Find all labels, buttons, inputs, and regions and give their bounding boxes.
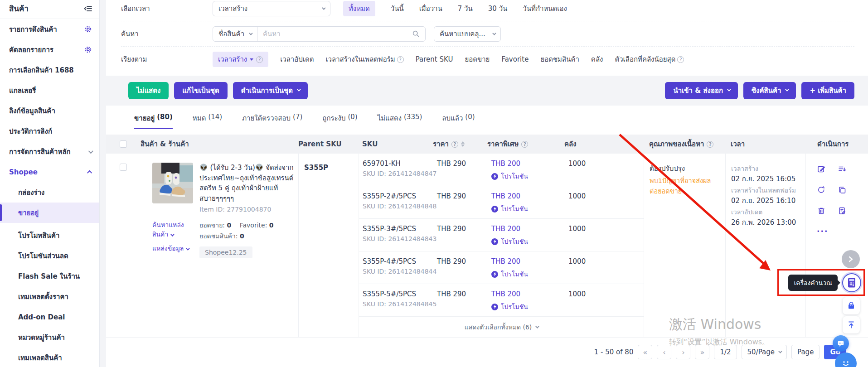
edit-icon[interactable] [817,164,838,174]
tab-under-review[interactable]: ภายใต้ตรวจสอบ(7) [242,113,302,129]
purchase-cart-button[interactable] [843,297,860,314]
variant-special-price[interactable]: THB 200 [491,225,568,233]
sidebar-item-promote-product[interactable]: โปรโมทสินค้า [0,225,99,246]
product-image[interactable] [152,163,193,203]
help-icon[interactable] [397,56,404,63]
promotion-badge[interactable]: โปรโมชัน [491,302,568,312]
tab-banned[interactable]: ถูกระงับ(0) [322,113,357,129]
time-type-select[interactable]: เวลาสร้าง [213,1,330,16]
sync-icon[interactable] [817,185,838,194]
sort-arrows-icon[interactable] [461,141,465,147]
delete-icon[interactable] [817,206,838,215]
tab-sold-out[interactable]: หมด(14) [193,113,222,129]
list-download-icon[interactable] [838,164,858,174]
help-icon[interactable] [256,56,263,63]
help-icon[interactable] [521,141,528,148]
sort-option-create-time-active[interactable]: เวลาสร้าง [213,52,268,67]
sidebar-item-draft-box[interactable]: กล่องร่าง [0,182,99,203]
sort-option-platform-create-time[interactable]: เวลาสร้างในเพลตฟอร์ม [325,54,403,65]
time-option-30days[interactable]: 30 วัน [488,3,508,14]
sidebar-item-shop-category[interactable]: หมวดหมู่ร้านค้า [0,327,99,348]
sidebar-item-link-history[interactable]: ประวัติการลิงก์ [0,121,99,141]
collapse-sidebar-icon[interactable] [84,5,92,12]
time-option-all[interactable]: ทั้งหมด [343,1,375,16]
variant-special-price[interactable]: THB 200 [491,290,568,298]
sidebar-item-selling[interactable]: ขายอยู่ [0,203,99,223]
back-to-top-button[interactable] [843,316,860,333]
expand-panel-button[interactable] [842,250,860,268]
sidebar-item-shopee[interactable]: Shopee [0,162,99,182]
prev-page-button[interactable]: ‹ [657,345,671,359]
product-title[interactable]: 👽 (ได้รับ 2-3 วัน)👽 จัดส่งจากประเทศไทย~ถ… [199,163,294,203]
page-jump-box[interactable]: Page [791,345,820,359]
help-icon[interactable] [677,56,684,63]
last-page-button[interactable]: » [695,345,709,359]
search-type-select[interactable]: ชื่อสินค้า [213,27,257,41]
promotion-badge[interactable]: โปรโมชัน [491,269,568,279]
sync-products-label: ซิงค์สินค้า [752,85,781,96]
first-page-button[interactable]: « [638,345,652,359]
bulk-edit-button[interactable]: แก้ไขเป็นชุด [174,82,227,99]
sidebar-item-product-link[interactable]: ลิงก์ข้อมูลสินค้า [0,101,99,121]
search-input[interactable] [257,27,412,41]
tab-deleted[interactable]: ลบแล้ว(0) [442,113,475,129]
sidebar-item-1688-selection[interactable]: การเลือกสินค้า 1688 [0,60,99,80]
time-option-7days[interactable]: 7 วัน [458,3,473,14]
sidebar-item-discount-promotion[interactable]: โปรโมชันส่วนลด [0,246,99,266]
copy-icon[interactable] [838,185,858,194]
sidebar-item-flash-sale[interactable]: Flash Sale ในร้าน [0,266,99,286]
sort-option-parent-sku[interactable]: Parent SKU [416,55,453,63]
per-page-select[interactable]: 50/Page [742,345,787,359]
help-icon[interactable] [707,141,713,148]
row-checkbox[interactable] [120,164,127,171]
help-icon[interactable] [451,141,458,148]
sort-option-favorite[interactable]: Favorite [501,55,529,63]
variant-price: THB 290 [437,225,491,251]
sidebar-item-master-products[interactable]: การจัดการสินค้าหลัก [0,141,99,162]
add-product-button[interactable]: + เพิ่มสินค้า [801,82,854,99]
select-all-checkbox[interactable] [120,140,127,148]
calculator-button[interactable] [842,273,861,292]
gear-icon[interactable] [84,25,92,33]
import-export-button[interactable]: นำเข้า & ส่งออก [665,82,738,99]
sync-products-button[interactable]: ซิงค์สินค้า [743,82,796,99]
sidebar-item-pricing-template[interactable]: เทมเพลตตั้งราคา [0,286,99,307]
variant-special-price[interactable]: THB 200 [491,192,568,200]
sidebar-item-addon-deal[interactable]: Add-on Deal [0,307,99,327]
time-option-yesterday[interactable]: เมื่อวาน [419,3,442,14]
sidebar-item-pull-list[interactable]: รายการดึงสินค้า [0,19,99,39]
time-option-today[interactable]: วันนี้ [391,3,404,14]
column-price[interactable]: ราคา [433,139,487,150]
time-option-custom[interactable]: วันที่กำหนดเอง [523,3,567,14]
sidebar-item-copy-list[interactable]: คัดลอกรายการ [0,39,99,60]
promotion-badge[interactable]: โปรโมชัน [491,171,568,181]
hide-button[interactable]: ไม่แสดง [128,82,169,99]
quality-warning[interactable]: พบ1ปัญหาที่อาจส่งผลต่อยอดขาย [650,176,719,196]
sort-option-views[interactable]: ยอดชมสินค้า [540,54,579,65]
show-all-variants[interactable]: แสดงตัวเลือกทั้งหมด (6) [359,317,644,337]
variant-price: THB 290 [437,192,491,218]
sidebar-item-product-template[interactable]: เทมเพลตสินค้า [0,348,99,367]
data-source-link[interactable]: แหล่งข้อมูล [152,244,193,253]
tab-selling[interactable]: ขายอยู่(80) [134,113,173,129]
find-source-link[interactable]: ค้นหาแหล่งสินค้า [152,220,193,239]
gear-icon[interactable] [84,46,92,53]
bulk-action-button[interactable]: ดำเนินการเป็นชุด [233,82,308,99]
variant-special-price[interactable]: THB 200 [491,159,568,168]
search-icon[interactable] [412,27,425,41]
promotion-badge[interactable]: โปรโมชัน [491,237,568,246]
variant-special-price[interactable]: THB 200 [491,257,568,266]
sort-option-update-time[interactable]: เวลาอัปเดต [280,54,314,65]
sort-option-stock[interactable]: คลัง [591,54,603,65]
chat-support-button[interactable] [833,335,849,352]
sort-option-lowest-stock[interactable]: ตัวเลือกที่คลังน้อยสุด [615,54,684,65]
product-item-id: Item ID: 27791004870 [199,206,294,213]
sort-option-sales[interactable]: ยอดขาย [465,54,490,65]
sidebar-item-gallery[interactable]: แกลเลอรี่ [0,80,99,101]
fuzzy-search-select[interactable]: ค้นหาแบบคลุ... [434,26,501,42]
promotion-badge[interactable]: โปรโมชัน [491,204,568,214]
tab-hidden[interactable]: ไม่แสดง(335) [378,113,422,129]
note-edit-icon[interactable] [838,206,858,215]
next-page-button[interactable]: › [676,345,690,359]
more-actions-icon[interactable] [817,227,838,236]
